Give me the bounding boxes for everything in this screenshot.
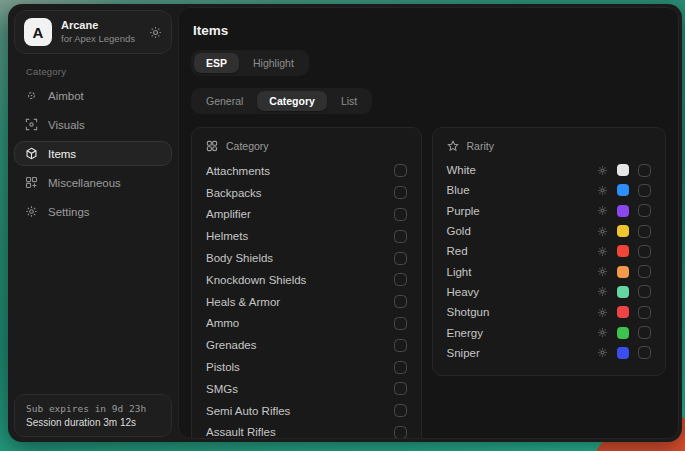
category-row-label: Knockdown Shields (206, 274, 306, 286)
tab-general[interactable]: General (194, 91, 255, 111)
tab-category[interactable]: Category (257, 91, 327, 111)
sidebar-item-items[interactable]: Items (14, 141, 172, 166)
sidebar-section-label: Category (26, 66, 172, 77)
rarity-row: White (447, 160, 651, 180)
rarity-color-swatch[interactable] (617, 164, 629, 176)
sidebar-item-label: Aimbot (48, 90, 84, 102)
category-row: Pistols (206, 356, 407, 378)
category-row: Knockdown Shields (206, 269, 407, 291)
category-row-label: Body Shields (206, 252, 273, 264)
category-checkbox[interactable] (394, 186, 407, 199)
rarity-color-swatch[interactable] (617, 286, 629, 298)
rarity-row: Red (447, 241, 651, 261)
rarity-checkbox[interactable] (638, 245, 651, 258)
category-row-label: Pistols (206, 361, 240, 373)
sidebar-item-aimbot[interactable]: Aimbot (14, 83, 172, 108)
rarity-color-swatch[interactable] (617, 347, 629, 359)
gear-icon (25, 205, 38, 218)
rarity-color-swatch[interactable] (617, 327, 629, 339)
tab-list[interactable]: List (329, 91, 369, 111)
page-title: Items (193, 23, 666, 38)
rarity-row: Heavy (447, 282, 651, 302)
subscription-card: Sub expires in 9d 23h Session duration 3… (14, 394, 172, 437)
category-checkbox[interactable] (394, 252, 407, 265)
category-checkbox[interactable] (394, 382, 407, 395)
rarity-color-swatch[interactable] (617, 205, 629, 217)
category-checkbox[interactable] (394, 404, 407, 417)
tab-esp[interactable]: ESP (194, 53, 239, 73)
rarity-row-label: Light (447, 266, 472, 278)
sidebar-item-label: Miscellaneous (48, 177, 121, 189)
category-checkbox[interactable] (394, 230, 407, 243)
rarity-color-swatch[interactable] (617, 184, 629, 196)
category-row: Amplifier (206, 204, 407, 226)
rarity-checkbox[interactable] (638, 225, 651, 238)
rarity-gear-icon[interactable] (597, 185, 608, 196)
crosshair-icon (25, 89, 38, 102)
sub-expiry-text: Sub expires in 9d 23h (26, 401, 160, 416)
rarity-row-label: Sniper (447, 347, 480, 359)
rarity-row: Energy (447, 322, 651, 342)
sidebar-item-label: Items (48, 148, 76, 160)
sidebar-item-miscellaneous[interactable]: Miscellaneous (14, 170, 172, 195)
rarity-checkbox[interactable] (638, 346, 651, 359)
rarity-gear-icon[interactable] (597, 307, 608, 318)
rarity-checkbox[interactable] (638, 265, 651, 278)
category-row-label: Ammo (206, 317, 239, 329)
rarity-row: Sniper (447, 343, 651, 363)
category-row: SMGs (206, 378, 407, 400)
rarity-row-label: Shotgun (447, 306, 490, 318)
rarity-row-label: White (447, 164, 476, 176)
rarity-color-swatch[interactable] (617, 245, 629, 257)
category-row: Ammo (206, 313, 407, 335)
rarity-gear-icon[interactable] (597, 246, 608, 257)
rarity-color-swatch[interactable] (617, 225, 629, 237)
rarity-gear-icon[interactable] (597, 327, 608, 338)
rarity-row-label: Red (447, 245, 468, 257)
category-checkbox[interactable] (394, 339, 407, 352)
rarity-gear-icon[interactable] (597, 165, 608, 176)
category-checkbox[interactable] (394, 295, 407, 308)
grid-icon (25, 176, 38, 189)
rarity-gear-icon[interactable] (597, 266, 608, 277)
brand-card: A Arcane for Apex Legends (14, 10, 172, 54)
category-checkbox[interactable] (394, 208, 407, 221)
category-row: Heals & Armor (206, 291, 407, 313)
category-checkbox[interactable] (394, 317, 407, 330)
category-row: Semi Auto Rifles (206, 400, 407, 422)
rarity-color-swatch[interactable] (617, 306, 629, 318)
rarity-checkbox[interactable] (638, 184, 651, 197)
rarity-gear-icon[interactable] (597, 286, 608, 297)
category-checkbox[interactable] (394, 426, 407, 439)
rarity-checkbox[interactable] (638, 164, 651, 177)
rarity-color-swatch[interactable] (617, 266, 629, 278)
rarity-gear-icon[interactable] (597, 226, 608, 237)
settings-gear-icon[interactable] (149, 26, 162, 39)
rarity-checkbox[interactable] (638, 285, 651, 298)
sidebar-item-settings[interactable]: Settings (14, 199, 172, 224)
rarity-row: Light (447, 261, 651, 281)
category-checkbox[interactable] (394, 273, 407, 286)
brand-logo: A (24, 18, 52, 46)
rarity-gear-icon[interactable] (597, 205, 608, 216)
sidebar-item-label: Settings (48, 206, 90, 218)
rarity-checkbox[interactable] (638, 306, 651, 319)
sidebar-nav: Aimbot Visuals Items (14, 83, 172, 224)
rarity-row: Blue (447, 180, 651, 200)
category-row-label: Grenades (206, 339, 257, 351)
sidebar-item-label: Visuals (48, 119, 85, 131)
sidebar-item-visuals[interactable]: Visuals (14, 112, 172, 137)
category-row-label: Amplifier (206, 208, 251, 220)
brand-title: Arcane (61, 19, 135, 33)
category-checkbox[interactable] (394, 164, 407, 177)
session-duration-text: Session duration 3m 12s (26, 416, 160, 430)
app-window: A Arcane for Apex Legends Category (8, 4, 682, 442)
tab-highlight[interactable]: Highlight (241, 53, 306, 73)
rarity-checkbox[interactable] (638, 326, 651, 339)
category-checkbox[interactable] (394, 361, 407, 374)
rarity-checkbox[interactable] (638, 204, 651, 217)
rarity-row-label: Gold (447, 225, 471, 237)
rarity-gear-icon[interactable] (597, 347, 608, 358)
category-row: Body Shields (206, 247, 407, 269)
rarity-row-label: Blue (447, 184, 470, 196)
